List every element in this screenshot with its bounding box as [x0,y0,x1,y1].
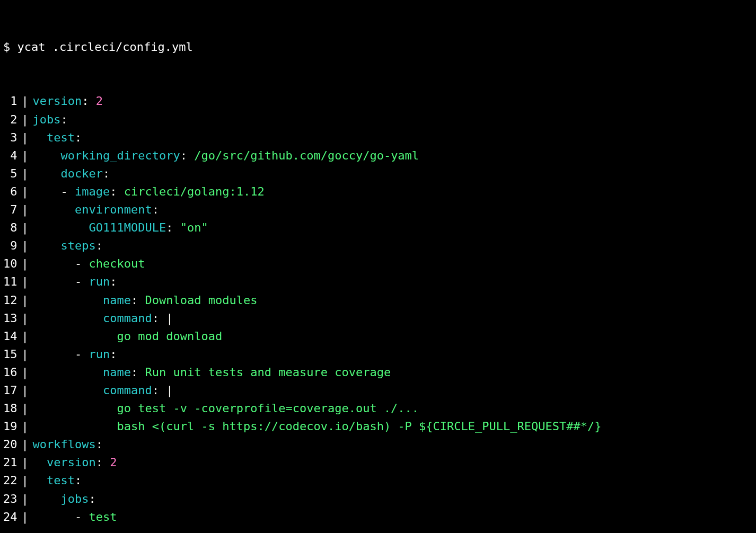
line-separator: | [17,219,32,237]
line-number: 13 [3,309,17,327]
line-content: version: 2 [33,92,103,110]
line-separator: | [17,327,32,345]
code-line: 24| - test [3,508,753,526]
code-line: 21| version: 2 [3,454,753,472]
token-key: name [103,366,131,379]
line-content: environment: [33,201,159,219]
line-number: 10 [3,255,17,273]
token-plain: : [110,185,124,198]
token-key: test [47,131,75,144]
line-content: go test -v -coverprofile=coverage.out ./… [33,399,419,417]
code-line: 16| name: Run unit tests and measure cov… [3,363,753,381]
token-plain: : [180,149,195,162]
line-number: 22 [3,472,17,490]
token-plain: - [75,275,89,288]
code-line: 23| jobs: [3,490,753,508]
line-content: name: Download modules [33,291,258,309]
token-plain: : [96,239,103,252]
token-key: command [103,384,152,397]
prompt-symbol: $ [3,40,10,54]
token-key: name [103,294,131,307]
token-plain: : [166,221,180,234]
line-separator: | [17,417,32,436]
line-content: workflows: [33,436,103,454]
line-number: 3 [3,129,17,147]
line-number: 21 [3,454,17,472]
line-content: working_directory: /go/src/github.com/go… [33,147,419,165]
token-key: docker [61,167,103,180]
line-number: 19 [3,417,17,436]
code-line: 4| working_directory: /go/src/github.com… [3,147,753,165]
code-listing: 1|version: 22|jobs:3| test:4| working_di… [3,92,753,526]
line-number: 23 [3,490,17,508]
line-content: version: 2 [33,454,117,472]
line-content: docker: [33,165,110,183]
token-plain: : [75,474,82,487]
token-key: jobs [33,113,61,126]
line-content: bash <(curl -s https://codecov.io/bash) … [33,417,602,436]
token-key: workflows [33,438,96,451]
token-key: command [103,312,152,325]
line-number: 20 [3,436,17,454]
command-prompt-line: $ ycat .circleci/config.yml [3,38,753,56]
code-line: 6| - image: circleci/golang:1.12 [3,183,753,201]
token-string: go mod download [117,330,223,343]
token-key: GO111MODULE [89,221,166,234]
token-string: /go/src/github.com/goccy/go-yaml [194,149,419,162]
token-plain: : [96,456,110,469]
command-text: ycat .circleci/config.yml [17,40,193,54]
code-line: 19| bash <(curl -s https://codecov.io/ba… [3,417,753,436]
code-line: 9| steps: [3,237,753,255]
token-plain: : [61,113,68,126]
line-content: steps: [33,237,103,255]
line-content: - test [33,508,117,526]
token-string: Run unit tests and measure coverage [145,366,391,379]
line-separator: | [17,345,32,363]
line-content: command: | [33,309,173,327]
line-content: - run: [33,345,117,363]
line-separator: | [17,309,32,327]
token-string: "on" [180,221,208,234]
line-separator: | [17,255,32,273]
code-line: 2|jobs: [3,111,753,129]
token-key: run [89,275,110,288]
code-line: 22| test: [3,472,753,490]
token-key: jobs [61,492,89,505]
token-plain: - [75,257,89,270]
line-number: 1 [3,92,17,110]
line-number: 11 [3,273,17,291]
code-line: 3| test: [3,129,753,147]
code-line: 14| go mod download [3,327,753,345]
line-content: name: Run unit tests and measure coverag… [33,363,391,381]
line-number: 4 [3,147,17,165]
token-plain: : [152,384,166,397]
line-separator: | [17,92,32,110]
code-line: 11| - run: [3,273,753,291]
line-number: 12 [3,291,17,309]
line-separator: | [17,165,32,183]
token-key: steps [61,239,96,252]
code-line: 5| docker: [3,165,753,183]
token-number: 2 [96,94,103,108]
line-separator: | [17,183,32,201]
token-plain: : [82,94,96,108]
token-key: image [75,185,110,198]
token-string: checkout [89,257,145,270]
token-string: bash <(curl -s https://codecov.io/bash) … [117,420,602,433]
token-plain: - [75,348,89,361]
code-line: 7| environment: [3,201,753,219]
line-content: jobs: [33,490,96,508]
code-line: 13| command: | [3,309,753,327]
line-number: 16 [3,363,17,381]
line-number: 18 [3,399,17,417]
line-content: - run: [33,273,117,291]
terminal-output[interactable]: $ ycat .circleci/config.yml 1|version: 2… [0,0,756,533]
token-plain: : [152,312,166,325]
line-content: GO111MODULE: "on" [33,219,208,237]
token-plain: : [110,348,117,361]
token-plain: : [131,294,145,307]
line-number: 7 [3,201,17,219]
code-line: 10| - checkout [3,255,753,273]
token-key: test [47,474,75,487]
line-content: - checkout [33,255,145,273]
